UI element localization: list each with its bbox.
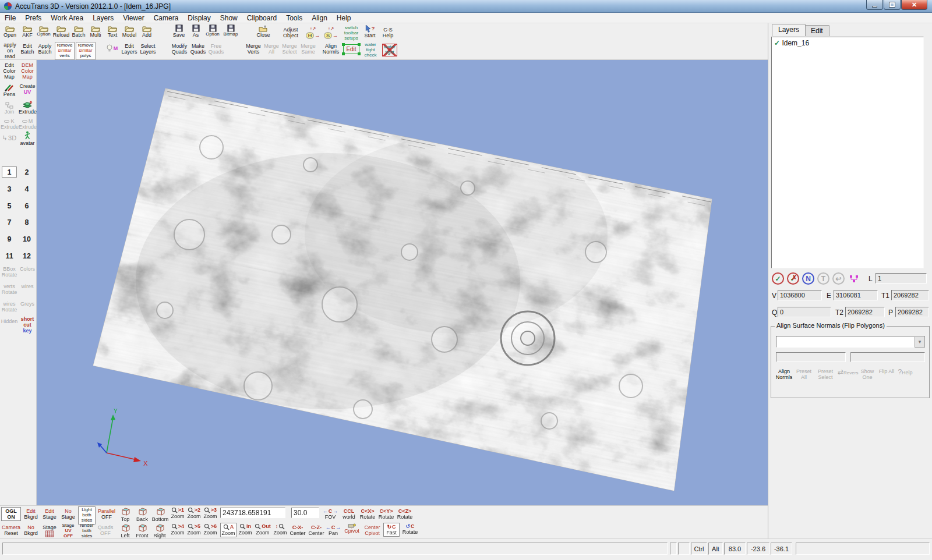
layer-slot-8[interactable]: 8 <box>19 217 34 228</box>
layer-slot-2[interactable]: 2 <box>19 166 34 178</box>
edit-stage-button[interactable]: EditStage <box>41 508 58 520</box>
layer-slot-4[interactable]: 4 <box>19 183 34 194</box>
stage-uv-off-button[interactable]: StageUVOFF <box>59 523 77 539</box>
menu-prefs[interactable]: Prefs <box>20 13 46 23</box>
camera-pivot-button[interactable]: Cpivot <box>343 523 361 534</box>
m-extrude-button[interactable]: MExtrude <box>19 118 36 130</box>
menu-help[interactable]: Help <box>332 13 356 23</box>
open-option-button[interactable]: Option <box>36 25 52 37</box>
normals-help-button[interactable]: ?Help <box>897 368 913 377</box>
edit-bkgrd-button[interactable]: EditBkgrd <box>22 508 40 520</box>
zoom-preset-4-button[interactable]: >4Zoom <box>170 523 185 536</box>
save-button[interactable]: Save <box>170 24 188 38</box>
menu-display[interactable]: Display <box>183 13 215 23</box>
no-bkgrd-button[interactable]: NoBkgrd <box>22 524 40 536</box>
zoom-in-button[interactable]: InZoom <box>238 523 253 536</box>
dropdown-button[interactable]: ▾ <box>915 336 925 348</box>
merge-verts-button[interactable]: Merge Verts <box>245 43 262 55</box>
normals-field-2[interactable] <box>850 352 925 362</box>
zoom-preset-5-button[interactable]: >5Zoom <box>186 523 202 536</box>
coordinate-input[interactable] <box>220 508 285 518</box>
no-stage-button[interactable]: NoStage <box>59 508 77 520</box>
avatar-button[interactable]: avatar <box>19 131 36 146</box>
menu-viewer[interactable]: Viewer <box>118 13 149 23</box>
water-tight-off-button[interactable]: water tight <box>380 42 399 56</box>
lightbulb-m-button[interactable]: M <box>104 44 120 52</box>
hide-layer-button[interactable]: ✓✗ <box>787 272 799 285</box>
join-button[interactable]: Join <box>1 102 18 115</box>
reload-button[interactable]: Reload <box>52 25 70 38</box>
free-quads-button[interactable]: Free Quads <box>207 43 225 55</box>
edit-layers-button[interactable]: Edit Layers <box>121 43 138 55</box>
parallel-off-button[interactable]: ParallelOFF <box>97 508 116 520</box>
to-3d-button[interactable]: ↳3D <box>1 134 18 141</box>
normals-field-1[interactable] <box>776 352 846 362</box>
zoom-all-button[interactable]: AZoom <box>220 523 236 537</box>
zoom-updown-button[interactable]: ↕Zoom <box>273 523 288 536</box>
wires-button[interactable]: wires <box>19 283 36 289</box>
rotate-y-button[interactable]: C<Y>Rotate <box>377 508 395 520</box>
reverse-button[interactable]: ⇄Revers <box>838 368 856 377</box>
world-axes-button[interactable]: CCLworld <box>340 508 358 520</box>
save-bitmap-button[interactable]: Bitmap <box>222 24 239 37</box>
view-bottom-button[interactable]: Bottom <box>151 507 170 522</box>
open-text-button[interactable]: Text <box>104 25 121 38</box>
merge-same-button[interactable]: Merge Same <box>299 43 317 55</box>
menu-show[interactable]: Show <box>216 13 242 23</box>
zoom-preset-1-button[interactable]: >1Zoom <box>170 507 185 519</box>
opengl-on-button[interactable]: OGL ON <box>1 507 21 521</box>
layer-slot-12[interactable]: 12 <box>19 250 34 261</box>
align-normals-apply-button[interactable]: Align Normls <box>775 368 793 381</box>
merge-select-button[interactable]: Merge Select <box>280 43 299 55</box>
water-tight-check-button[interactable]: water tight check <box>361 42 380 58</box>
colors-button[interactable]: Colors <box>19 266 36 272</box>
apply-on-read-button[interactable]: apply on read <box>1 42 19 59</box>
zoom-preset-3-button[interactable]: >3Zoom <box>203 507 218 519</box>
layer-slot-7[interactable]: 7 <box>2 217 17 228</box>
start-help-button[interactable]: ?Start <box>362 25 378 38</box>
align-normals-button[interactable]: Align Normls <box>322 43 340 55</box>
normals-dropdown[interactable] <box>776 336 915 348</box>
layers-list[interactable]: ✓ Idem_16 <box>771 37 924 268</box>
save-option-button[interactable]: Option <box>204 24 221 37</box>
apply-batch-button[interactable]: Apply Batch <box>36 43 54 55</box>
fov-button[interactable]: ←C→FOV <box>322 508 339 520</box>
stage-grid-button[interactable]: Stage <box>41 524 58 537</box>
layer-slot-6[interactable]: 6 <box>19 200 34 211</box>
undo-button[interactable]: ↩ <box>832 272 845 285</box>
restore-button[interactable] <box>884 0 901 10</box>
menu-work-area[interactable]: Work Area <box>46 13 88 23</box>
menu-align[interactable]: Align <box>307 13 332 23</box>
adjust-s-button[interactable]: ↑↗S→ <box>322 27 340 39</box>
pens-button[interactable]: Pens <box>1 83 18 97</box>
rotate-camera-button[interactable]: ↺CRotate <box>401 523 419 535</box>
title-bar[interactable]: AccuTrans 3D - Version 2012.1.0 - [Idem_… <box>0 0 932 13</box>
preset-select-button[interactable]: Preset Select <box>816 368 835 381</box>
close-button[interactable]: ✕ <box>901 0 927 10</box>
rotate-z-button[interactable]: C<Z>Rotate <box>396 508 414 520</box>
menu-layers[interactable]: Layers <box>88 13 118 23</box>
save-as-button[interactable]: As <box>188 24 203 38</box>
flip-all-button[interactable]: Flip All <box>878 368 895 374</box>
center-z-button[interactable]: C-Z-Center <box>308 524 325 536</box>
cs-help-button[interactable]: C-S Help <box>379 27 397 38</box>
tab-edit[interactable]: Edit <box>804 25 829 36</box>
view-top-button[interactable]: Top <box>118 507 133 522</box>
viewport-3d[interactable]: Y X <box>37 60 768 505</box>
verts-rotate-button[interactable]: verts Rotate <box>1 283 18 295</box>
bbox-rotate-button[interactable]: BBox Rotate <box>1 266 18 278</box>
view-right-button[interactable]: Right <box>151 523 168 538</box>
menu-file[interactable]: File <box>0 13 20 23</box>
view-left-button[interactable]: Left <box>118 523 133 538</box>
make-quads-button[interactable]: Make Quads <box>189 43 207 55</box>
center-pivot-button[interactable]: CenterCpivot <box>362 524 382 536</box>
extrude-button[interactable]: Extrude <box>19 101 36 115</box>
zoom-out-button[interactable]: OutZoom <box>254 523 271 536</box>
center-x-button[interactable]: C-X-Center <box>289 524 306 536</box>
normals-button[interactable]: N <box>802 272 814 285</box>
open-model-button[interactable]: Model <box>121 25 138 38</box>
layer-slot-9[interactable]: 9 <box>2 233 17 244</box>
select-layers-button[interactable]: Select Layers <box>139 43 157 55</box>
wires-rotate-button[interactable]: wires Rotate <box>1 301 18 313</box>
edit-selection-button[interactable]: Edit <box>341 42 361 54</box>
